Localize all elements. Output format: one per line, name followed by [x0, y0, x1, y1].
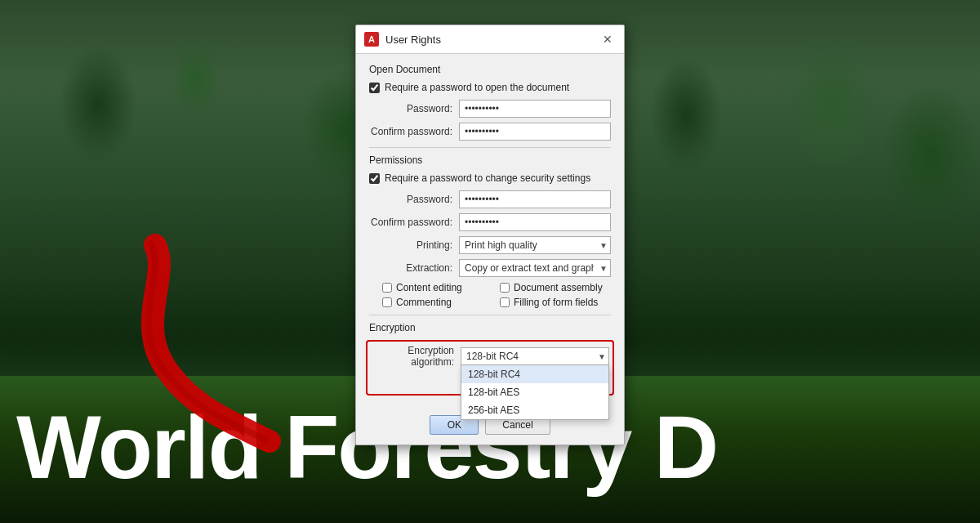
close-button[interactable]: ✕ — [599, 34, 616, 45]
permissions-password-label: Password: — [369, 194, 459, 205]
open-password-input[interactable] — [459, 100, 611, 118]
commenting-label: Commenting — [396, 297, 452, 308]
extraction-row: Extraction: Copy or extract text and gra… — [369, 259, 611, 277]
encryption-algorithm-select-wrapper: 128-bit RC4 128-bit AES 256-bit AES ▼ 12… — [461, 347, 609, 365]
content-editing-checkbox[interactable] — [382, 283, 392, 293]
divider-1 — [369, 147, 611, 148]
permissions-confirm-password-input[interactable] — [459, 213, 611, 231]
encryption-algorithm-row: Encryption algorithm: 128-bit RC4 128-bi… — [371, 345, 609, 368]
dialog-title: User Rights — [385, 34, 593, 46]
extraction-label: Extraction: — [369, 262, 459, 274]
printing-select[interactable]: Print high quality Print low quality Not… — [459, 236, 611, 254]
content-editing-item: Content editing — [382, 282, 493, 293]
open-password-row: Password: — [369, 100, 611, 118]
dialog-titlebar: A User Rights ✕ — [356, 25, 624, 54]
permissions-password-row: Password: — [369, 190, 611, 208]
document-assembly-checkbox[interactable] — [500, 283, 510, 293]
permissions-password-input[interactable] — [459, 190, 611, 208]
content-editing-label: Content editing — [396, 282, 462, 293]
document-assembly-item: Document assembly — [500, 282, 611, 293]
dropdown-option-aes128[interactable]: 128-bit AES — [461, 383, 608, 401]
dialog-body: Open Document Require a password to open… — [356, 54, 624, 405]
filling-form-fields-label: Filling of form fields — [514, 297, 598, 308]
app-icon: A — [364, 32, 379, 47]
require-permissions-password-row: Require a password to change security se… — [369, 172, 611, 184]
printing-row: Printing: Print high quality Print low q… — [369, 236, 611, 254]
encryption-section-label: Encryption — [369, 322, 611, 333]
open-confirm-password-row: Confirm password: — [369, 123, 611, 141]
permissions-section-label: Permissions — [369, 154, 611, 166]
dropdown-option-rc4[interactable]: 128-bit RC4 — [461, 365, 608, 383]
permissions-confirm-password-label: Confirm password: — [369, 217, 459, 228]
encryption-algorithm-select[interactable]: 128-bit RC4 128-bit AES 256-bit AES — [461, 347, 609, 365]
require-open-password-checkbox[interactable] — [369, 83, 380, 93]
commenting-checkbox[interactable] — [382, 297, 392, 307]
dropdown-option-aes256[interactable]: 256-bit AES — [461, 401, 608, 419]
encryption-highlight-box: Encryption algorithm: 128-bit RC4 128-bi… — [366, 340, 614, 396]
document-assembly-label: Document assembly — [514, 282, 603, 293]
require-open-password-row: Require a password to open the document — [369, 82, 611, 93]
printing-select-wrapper: Print high quality Print low quality Not… — [459, 236, 611, 254]
printing-label: Printing: — [369, 239, 459, 251]
require-permissions-password-label: Require a password to change security se… — [385, 172, 590, 184]
encryption-dropdown-list: 128-bit RC4 128-bit AES 256-bit AES — [461, 364, 609, 420]
open-confirm-password-label: Confirm password: — [369, 126, 459, 137]
require-open-password-label: Require a password to open the document — [385, 82, 569, 93]
extraction-select[interactable]: Copy or extract text and graphics Not al… — [459, 259, 611, 277]
open-password-label: Password: — [369, 103, 459, 114]
filling-form-fields-checkbox[interactable] — [500, 297, 510, 307]
filling-form-fields-item: Filling of form fields — [500, 297, 611, 308]
dialog-backdrop: A User Rights ✕ Open Document Require a … — [0, 0, 980, 523]
encryption-algorithm-label: Encryption algorithm: — [371, 345, 461, 368]
permissions-confirm-password-row: Confirm password: — [369, 213, 611, 231]
permissions-grid: Content editing Document assembly Commen… — [382, 282, 611, 308]
open-confirm-password-input[interactable] — [459, 123, 611, 141]
require-permissions-password-checkbox[interactable] — [369, 173, 380, 184]
open-document-section-label: Open Document — [369, 64, 611, 75]
extraction-select-wrapper: Copy or extract text and graphics Not al… — [459, 259, 611, 277]
divider-2 — [369, 315, 611, 315]
user-rights-dialog: A User Rights ✕ Open Document Require a … — [355, 25, 625, 445]
commenting-item: Commenting — [382, 297, 493, 308]
